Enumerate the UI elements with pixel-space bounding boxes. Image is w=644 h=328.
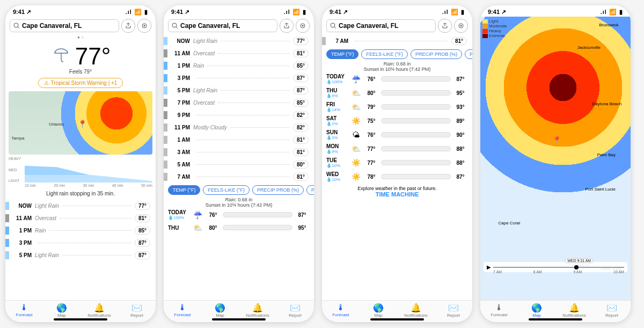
settings-button[interactable] [296,19,310,33]
settings-button[interactable] [137,19,151,33]
rain-total: Rain: 0.68 in [322,61,472,67]
tab-forecast[interactable]: 🌡Forecast [322,301,360,322]
report-icon: ✉️ [606,303,617,313]
play-icon[interactable]: ▶ [487,264,491,270]
radar-map[interactable]: LightModerateHeavyExtreme Brunswick Jack… [480,17,631,300]
radar-map-preview[interactable]: Orlando Tampa 📍 [9,91,152,155]
location-pin-icon: 📍 [552,136,561,144]
hourly-row[interactable]: 1 PM Rain 85° [5,224,156,237]
weather-icon: ⛅ [192,223,203,232]
weather-icon: ☔ [192,210,203,219]
metric-pill[interactable]: TEMP (°F) [168,185,200,195]
daily-row[interactable]: SAT💧2% ☀️ 75°89° [326,114,468,128]
rain-total: Rain: 0.68 in [164,197,314,202]
hourly-row[interactable]: 5 AM 80° [164,158,314,171]
tab-report[interactable]: ✉️Report [435,301,472,322]
svg-point-7 [302,25,304,27]
notifications-icon: 🔔 [94,303,105,313]
share-button[interactable] [280,19,294,33]
metric-pill[interactable]: FEELS-LIKE (°F) [203,185,250,195]
sunset-info: Sunset in 10¼ hours (7:42 PM) [322,67,472,72]
hourly-row[interactable]: 9 PM 82° [164,109,314,121]
svg-point-4 [172,23,177,27]
metric-pill[interactable]: PREC [306,185,314,195]
hourly-row[interactable]: 11 PM Mostly Cloudy 82° [164,121,314,134]
daily-list[interactable]: TODAY💧100% ☔ 76°87° THU💧9% ⛅ 80°95° FRI💧… [322,72,472,184]
metric-pill[interactable]: PRECIP PROB (%) [411,49,462,59]
gear-icon [141,23,148,29]
hourly-row[interactable]: NOW Light Rain 77° [164,35,314,47]
hourly-list[interactable]: NOW Light Rain 77° 11 AM Overcast 81° 1 … [5,200,156,261]
search-location[interactable]: Cape Canaveral, FL [326,19,436,32]
hourly-row[interactable]: 7 PM Overcast 85° [164,97,314,109]
forecast-icon: 🌡 [336,303,345,312]
weather-icon: ☀️ [350,172,362,181]
screen-forecast-overview: 9:41 ↗ .ıl 📶 ▮ Cape Canaveral, FL ● ○ 77… [5,5,156,322]
weather-icon: 🌤 [350,130,362,139]
time-machine[interactable]: Explore weather in the past or future. T… [322,184,472,200]
daily-row[interactable]: TODAY💧100% ☔ 76°87° [326,72,468,86]
daily-row[interactable]: FRI💧14% ⛅ 79°93° [326,100,468,114]
metric-pill[interactable]: PREC [465,49,472,59]
weather-icon: ☀️ [350,116,362,125]
notifications-icon: 🔔 [411,303,421,313]
hourly-row[interactable]: 7 AM 81° [164,171,314,183]
hourly-row[interactable]: 3 AM 81° [164,146,314,158]
settings-button[interactable] [454,19,468,33]
metric-pill[interactable]: FEELS-LIKE (°F) [361,49,408,59]
tab-forecast[interactable]: 🌡Forecast [5,301,43,322]
forecast-icon: 🌡 [20,303,28,312]
share-button[interactable] [438,19,452,33]
hourly-row[interactable]: 3 PM 87° [164,72,314,84]
status-bar: 9:41 ↗ .ıl 📶 ▮ [5,5,156,17]
search-icon [13,23,20,29]
umbrella-icon [50,46,72,67]
hourly-row[interactable]: 3 PM 87° [5,237,156,249]
daily-row[interactable]: THU💧9% ⛅ 80°95° [326,86,468,100]
hourly-list[interactable]: NOW Light Rain 77° 11 AM Overcast 81° 1 … [164,35,314,183]
daily-row[interactable]: TODAY💧100% ☔ 76°87° [168,208,310,222]
report-icon: ✉️ [290,303,301,313]
hourly-row[interactable]: 1 AM 81° [164,134,314,146]
svg-point-11 [460,25,462,27]
hourly-row[interactable]: NOW Light Rain 77° [5,200,156,212]
home-indicator [54,318,107,320]
screen-hourly: 9:41 ↗.ıl 📶 ▮ Cape Canaveral, FL NOW Lig… [164,5,314,322]
daily-row[interactable]: MON💧9% ⛅ 77°88° [326,142,468,156]
weather-icon: ⛅ [350,103,362,111]
daily-row[interactable]: TUE💧10% ☀️ 77°88° [326,156,468,170]
search-location[interactable]: Cape Canaveral, FL [10,19,119,32]
tab-forecast[interactable]: 🌡Forecast [480,301,518,322]
daily-row[interactable]: WED💧10% ☀️ 78°87° [326,170,468,184]
map-icon: 🌎 [215,303,225,313]
daily-list[interactable]: TODAY💧100% ☔ 76°87° THU ⛅ 80°95° [164,208,314,234]
svg-line-9 [334,27,336,28]
weather-icon: ☔ [350,75,362,83]
map-timeline[interactable]: ▶ WED 9:31 AM 7 AM8 AM9 AM10 AM [484,262,627,272]
tab-report[interactable]: ✉️Report [593,301,631,322]
status-icons: .ıl 📶 ▮ [126,9,148,16]
hourly-row[interactable]: 5 PM Light Rain 87° [5,249,156,261]
page-dots: ● ○ [5,35,156,40]
report-icon: ✉️ [131,303,142,313]
metric-pill[interactable]: PRECIP PROB (%) [252,185,304,195]
metric-pills: TEMP (°F)FEELS-LIKE (°F)PRECIP PROB (%)P… [322,47,472,61]
tab-report[interactable]: ✉️Report [276,301,314,322]
daily-row[interactable]: SUN💧3% 🌤 76°90° [326,128,468,142]
weather-icon: ⛅ [350,89,362,97]
hourly-row[interactable]: 5 PM Light Rain 87° [164,84,314,97]
daily-row[interactable]: THU ⛅ 80°95° [168,222,310,234]
hourly-row[interactable]: 11 AM Overcast 81° [164,47,314,60]
hourly-row[interactable]: 1 PM Rain 85° [164,60,314,72]
search-location[interactable]: Cape Canaveral, FL [168,19,277,32]
tab-report[interactable]: ✉️Report [118,301,156,322]
metric-pill[interactable]: TEMP (°F) [326,49,358,59]
tab-forecast[interactable]: 🌡Forecast [164,301,201,322]
weather-alert[interactable]: ⚠ Tropical Storm Warning | +1 [38,78,123,88]
svg-line-5 [176,27,178,28]
svg-point-0 [14,23,18,27]
share-button[interactable] [121,19,135,33]
hourly-row: 7 AM81° [322,35,472,47]
precip-message: Light rain stopping in 35 min. [5,191,156,196]
hourly-row[interactable]: 11 AM Overcast 81° [5,212,156,224]
